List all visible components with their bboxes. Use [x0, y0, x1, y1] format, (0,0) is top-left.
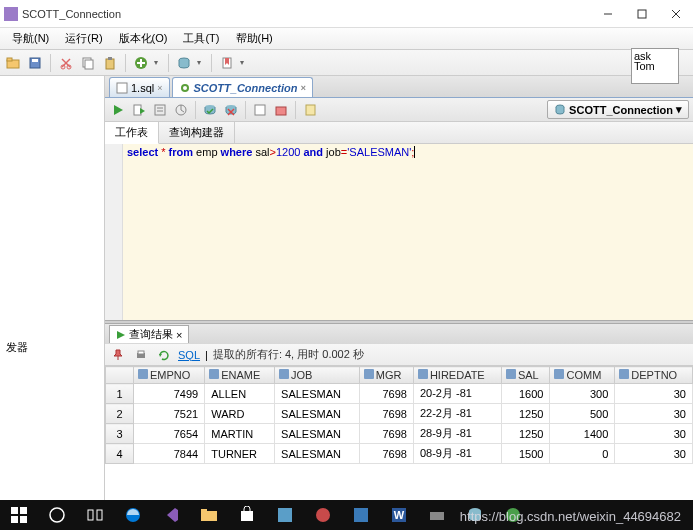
- word-icon[interactable]: W: [380, 500, 418, 530]
- cut-icon[interactable]: [57, 54, 75, 72]
- paste-icon[interactable]: [101, 54, 119, 72]
- close-button[interactable]: [659, 1, 693, 27]
- close-icon[interactable]: ×: [300, 83, 305, 93]
- svg-rect-61: [430, 512, 444, 520]
- explain-icon[interactable]: [151, 101, 169, 119]
- sql-editor[interactable]: select * from emp where sal>1200 and job…: [105, 144, 693, 320]
- results-pane: 查询结果 × SQL | 提取的所有行: 4, 用时 0.002 秒 EMPNO…: [105, 324, 693, 500]
- sql-code-area[interactable]: select * from emp where sal>1200 and job…: [123, 144, 693, 320]
- svg-text:W: W: [394, 509, 405, 521]
- table-cell: 7698: [359, 424, 413, 444]
- table-row[interactable]: 37654MARTINSALESMAN769828-9月 -8112501400…: [106, 424, 693, 444]
- rollback-icon[interactable]: [222, 101, 240, 119]
- svg-rect-50: [88, 510, 93, 520]
- tab-sql-file[interactable]: 1.sql ×: [109, 77, 170, 97]
- menu-tools[interactable]: 工具(T): [175, 29, 227, 48]
- chevron-down-icon[interactable]: ▾: [197, 58, 205, 67]
- app-icon-2[interactable]: [304, 500, 342, 530]
- db-icon[interactable]: [175, 54, 193, 72]
- commit-icon[interactable]: [201, 101, 219, 119]
- table-row[interactable]: 27521WARDSALESMAN769822-2月 -81125050030: [106, 404, 693, 424]
- app-icon-3[interactable]: [342, 500, 380, 530]
- main-toolbar: ▾ ▾ ▾: [0, 50, 693, 76]
- table-cell: 30: [615, 424, 693, 444]
- clear-icon[interactable]: [272, 101, 290, 119]
- column-header[interactable]: ENAME: [205, 367, 275, 384]
- table-row[interactable]: 47844TURNERSALESMAN769808-9月 -811500030: [106, 444, 693, 464]
- column-header[interactable]: MGR: [359, 367, 413, 384]
- close-icon[interactable]: ×: [157, 83, 162, 93]
- svg-rect-7: [32, 59, 38, 62]
- worksheet-tabs: 工作表 查询构建器: [105, 122, 693, 144]
- svg-marker-26: [140, 108, 145, 114]
- store-icon[interactable]: [228, 500, 266, 530]
- start-button[interactable]: [0, 500, 38, 530]
- bookmark-icon[interactable]: [218, 54, 236, 72]
- tab-query-result[interactable]: 查询结果 ×: [109, 325, 189, 343]
- column-header[interactable]: HIREDATE: [413, 367, 501, 384]
- column-header[interactable]: JOB: [275, 367, 360, 384]
- run-icon[interactable]: [109, 101, 127, 119]
- vs-icon[interactable]: [152, 500, 190, 530]
- sidebar-item-trigger[interactable]: 发器: [2, 338, 102, 357]
- run-script-icon[interactable]: [130, 101, 148, 119]
- table-cell: 7698: [359, 444, 413, 464]
- refresh-icon[interactable]: [155, 346, 173, 364]
- minimize-button[interactable]: [591, 1, 625, 27]
- app-icon: [4, 7, 18, 21]
- edge-icon[interactable]: [114, 500, 152, 530]
- maximize-button[interactable]: [625, 1, 659, 27]
- autotrace-icon[interactable]: [172, 101, 190, 119]
- sql-link[interactable]: SQL: [178, 349, 200, 361]
- editor-toolbar: SCOTT_Connection ▾: [105, 98, 693, 122]
- table-cell: 1400: [550, 424, 615, 444]
- connection-name: SCOTT_Connection: [569, 104, 673, 116]
- explorer-icon[interactable]: [190, 500, 228, 530]
- svg-rect-43: [138, 351, 144, 354]
- pin-icon[interactable]: [109, 346, 127, 364]
- app-icon-4[interactable]: [418, 500, 456, 530]
- chevron-down-icon[interactable]: ▾: [154, 58, 162, 67]
- tab-connection[interactable]: SCOTT_Connection ×: [172, 77, 313, 97]
- ask-tom-widget[interactable]: ask Tom: [631, 48, 679, 84]
- result-tab-row: 查询结果 ×: [105, 324, 693, 344]
- cortana-icon[interactable]: [38, 500, 76, 530]
- column-header[interactable]: DEPTNO: [615, 367, 693, 384]
- svg-rect-58: [354, 508, 368, 522]
- taskview-icon[interactable]: [76, 500, 114, 530]
- app-icon-1[interactable]: [266, 500, 304, 530]
- table-cell: 7698: [359, 404, 413, 424]
- table-cell: ALLEN: [205, 384, 275, 404]
- table-cell: 1600: [501, 384, 550, 404]
- print-icon[interactable]: [132, 346, 150, 364]
- menu-version[interactable]: 版本化(O): [111, 29, 176, 48]
- separator: [125, 54, 126, 72]
- column-header[interactable]: COMM: [550, 367, 615, 384]
- table-cell: 7844: [134, 444, 205, 464]
- column-header[interactable]: EMPNO: [134, 367, 205, 384]
- table-cell: 28-9月 -81: [413, 424, 501, 444]
- open-icon[interactable]: [4, 54, 22, 72]
- notebook-icon[interactable]: [301, 101, 319, 119]
- table-row[interactable]: 17499ALLENSALESMAN769820-2月 -81160030030: [106, 384, 693, 404]
- connection-selector[interactable]: SCOTT_Connection ▾: [547, 100, 689, 119]
- svg-point-49: [50, 508, 64, 522]
- table-cell: 1250: [501, 404, 550, 424]
- format-icon[interactable]: [251, 101, 269, 119]
- result-grid[interactable]: EMPNOENAMEJOBMGRHIREDATESALCOMMDEPTNO174…: [105, 366, 693, 500]
- menu-run[interactable]: 运行(R): [57, 29, 110, 48]
- save-icon[interactable]: [26, 54, 44, 72]
- separator: [50, 54, 51, 72]
- tab-query-builder[interactable]: 查询构建器: [159, 122, 235, 143]
- tab-worksheet[interactable]: 工作表: [105, 122, 159, 144]
- chevron-down-icon[interactable]: ▾: [240, 58, 248, 67]
- table-cell: 7698: [359, 384, 413, 404]
- new-icon[interactable]: [132, 54, 150, 72]
- close-icon[interactable]: ×: [176, 329, 182, 341]
- menu-help[interactable]: 帮助(H): [228, 29, 281, 48]
- column-header[interactable]: SAL: [501, 367, 550, 384]
- menu-nav[interactable]: 导航(N): [4, 29, 57, 48]
- table-cell: MARTIN: [205, 424, 275, 444]
- copy-icon[interactable]: [79, 54, 97, 72]
- svg-rect-56: [278, 508, 292, 522]
